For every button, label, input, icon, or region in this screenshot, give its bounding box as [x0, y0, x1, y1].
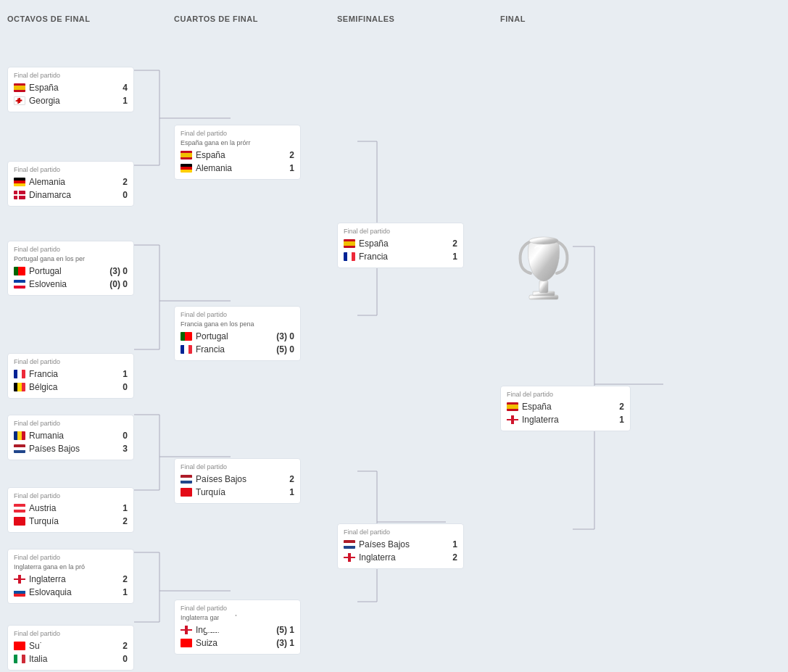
team-name: España: [359, 238, 389, 249]
team-name: Países Bajos: [196, 474, 246, 484]
round-qf-content: Final del partido España gana en la prór…: [174, 30, 304, 661]
team-score: (0) 0: [109, 279, 128, 289]
match-sf-1: Final del partido España 2 Francia 1: [337, 223, 464, 268]
team-score: 2: [123, 516, 128, 526]
flag-england: [507, 415, 518, 424]
flag-slovakia: [14, 588, 25, 597]
team-name: Portugal: [29, 266, 62, 276]
team-name: Georgia: [29, 96, 60, 106]
flag-georgia: ✚: [14, 96, 25, 105]
round-r16-title: OCTAVOS DE FINAL: [7, 14, 91, 23]
team-row: Inglaterra 1: [507, 413, 624, 426]
round-final-content: Final del partido España 2 Inglaterra 1: [500, 30, 645, 661]
team-name: Alemania: [196, 163, 232, 173]
flag-england: [14, 575, 25, 584]
team-name: Turquía: [196, 487, 225, 497]
team-name: Eslovenia: [29, 279, 67, 289]
flag-spain: [181, 151, 192, 159]
team-name: Francia: [196, 344, 225, 354]
team-score: 0: [123, 654, 128, 664]
team-score: (3) 0: [276, 331, 294, 341]
team-name: Inglaterra: [29, 574, 66, 584]
team-name: Portugal: [196, 331, 228, 341]
team-row: Suiza 2: [14, 639, 128, 652]
flag-switzerland: [14, 642, 25, 650]
flag-turkey: [14, 517, 25, 526]
match-r16-5-title: Final del partido: [14, 420, 128, 427]
round-sf-content: Final del partido España 2 Francia 1: [337, 30, 468, 661]
flag-france: [181, 345, 192, 354]
team-row: España 2: [507, 400, 624, 413]
team-score: (3) 0: [109, 266, 128, 276]
flag-france: [344, 252, 355, 261]
team-row: Dinamarca 0: [14, 188, 128, 202]
round-sf: SEMIFINALES Final del partido España 2 F…: [337, 14, 478, 661]
team-score: 1: [289, 487, 294, 497]
flag-spain: [344, 239, 355, 248]
team-score: 1: [619, 415, 624, 425]
team-row: España 4: [14, 81, 128, 94]
team-name: Inglaterra: [522, 415, 559, 425]
team-row: Alemania 1: [181, 162, 294, 175]
team-row: Países Bajos 2: [181, 473, 294, 486]
match-qf-3: Final del partido Países Bajos 2 Turquía…: [174, 458, 301, 504]
flag-england: [344, 553, 355, 562]
team-score: 1: [123, 369, 128, 379]
round-r16: OCTAVOS DE FINAL Final del partido Españ…: [7, 14, 152, 661]
team-row: Turquía 1: [181, 486, 294, 499]
round-final-title: FINAL: [500, 14, 526, 23]
flag-italy: [14, 655, 25, 663]
flag-slovenia: [14, 280, 25, 289]
team-name: Rumania: [29, 431, 64, 441]
team-row: Turquía 2: [14, 515, 128, 528]
team-name: España: [196, 150, 225, 160]
team-score: 1: [123, 96, 128, 106]
round-qf: CUARTOS DE FINAL Final del partido Españ…: [174, 14, 315, 661]
team-score: 0: [123, 382, 128, 392]
team-score: 2: [289, 150, 294, 160]
match-r16-4-title: Final del partido: [14, 358, 128, 365]
flag-netherlands: [14, 444, 25, 453]
team-score: 2: [619, 402, 624, 412]
match-r16-8-title: Final del partido: [14, 630, 128, 637]
team-name: Bélgica: [29, 382, 57, 392]
team-row: España 2: [344, 237, 457, 250]
team-row: Portugal (3) 0: [14, 265, 128, 278]
team-name: Italia: [29, 654, 47, 664]
team-row: Suiza (3) 1: [181, 636, 294, 650]
team-name: Suiza: [196, 638, 217, 648]
match-qf-4: Final del partido Inglaterra gana en los…: [174, 600, 301, 655]
team-name: Dinamarca: [29, 190, 71, 200]
round-sf-title: SEMIFINALES: [337, 14, 394, 23]
bracket-container: OCTAVOS DE FINAL Final del partido Españ…: [0, 0, 788, 672]
team-score: 2: [452, 238, 457, 249]
team-score: 0: [123, 431, 128, 441]
match-qf-2: Final del partido Francia gana en los pe…: [174, 306, 301, 361]
team-row: Bélgica 0: [14, 381, 128, 394]
round-qf-title: CUARTOS DE FINAL: [174, 14, 258, 23]
team-score: (5) 1: [276, 625, 294, 635]
team-row: España 2: [181, 149, 294, 162]
team-row: Países Bajos 3: [14, 442, 128, 455]
match-r16-1: Final del partido España 4 ✚ Georgia 1: [7, 67, 134, 112]
team-row: Portugal (3) 0: [181, 330, 294, 343]
team-name: Alemania: [29, 177, 65, 187]
team-row: Francia (5) 0: [181, 343, 294, 356]
flag-england: [181, 626, 192, 634]
match-sf-2: Final del partido Países Bajos 1 Inglate…: [337, 523, 464, 569]
flag-netherlands: [181, 475, 192, 484]
team-row: ✚ Georgia 1: [14, 94, 128, 107]
team-score: 1: [123, 587, 128, 597]
match-r16-3: Final del partido Portugal gana en los p…: [7, 241, 134, 296]
team-row: Inglaterra 2: [344, 551, 457, 564]
team-row: Países Bajos 1: [344, 538, 457, 551]
match-r16-7: Final del partido Inglaterra gana en la …: [7, 549, 134, 604]
match-r16-3-title: Final del partido: [14, 246, 128, 253]
team-name: España: [522, 402, 552, 412]
team-row: Eslovenia (0) 0: [14, 278, 128, 291]
match-qf-4-title: Final del partido: [181, 605, 294, 612]
team-score: (5) 0: [276, 344, 294, 354]
team-name: Turquía: [29, 516, 59, 526]
match-r16-8: Final del partido Suiza 2 Italia 0: [7, 625, 134, 671]
team-score: 3: [123, 444, 128, 454]
